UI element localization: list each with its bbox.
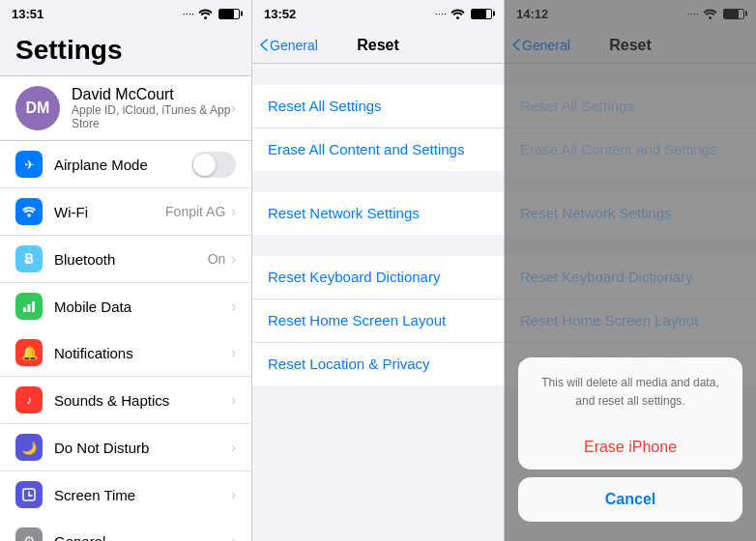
nav-bar-2: General Reset	[252, 27, 504, 64]
wifi-settings-icon	[15, 198, 43, 225]
nav-title-2: Reset	[357, 37, 399, 54]
signal-icon: ····	[435, 8, 447, 19]
bluetooth-value: On	[208, 251, 226, 267]
cancel-button[interactable]: Cancel	[518, 477, 742, 522]
airplane-mode-toggle[interactable]	[191, 152, 236, 178]
list-item[interactable]: Screen Time ›	[0, 471, 251, 518]
settings-group-3: ⚙ General › Control Centre › ☀ Display &…	[0, 518, 251, 541]
svg-point-13	[456, 16, 459, 19]
list-item[interactable]: Mobile Data ›	[0, 283, 251, 329]
page-title: Settings	[0, 27, 251, 75]
reset-panel: 13:52 ···· General Reset Reset All Setti…	[252, 0, 505, 541]
wifi-value: Fonpit AG	[165, 204, 225, 219]
reset-item-label: Reset Network Settings	[268, 205, 420, 221]
svg-point-0	[204, 16, 207, 19]
item-label: Sounds & Haptics	[54, 392, 231, 409]
list-item[interactable]: ✈ Airplane Mode	[0, 141, 251, 188]
list-item[interactable]: ♪ Sounds & Haptics ›	[0, 377, 251, 424]
cancel-label: Cancel	[605, 491, 655, 507]
sounds-icon: ♪	[15, 386, 43, 413]
item-label: Bluetooth	[54, 251, 208, 268]
profile-chevron: ›	[231, 100, 236, 116]
profile-subtitle: Apple ID, iCloud, iTunes & App Store	[72, 103, 231, 130]
signal-icon: ····	[183, 8, 194, 19]
airplane-mode-icon: ✈	[15, 151, 43, 178]
notifications-icon: 🔔	[15, 339, 43, 366]
status-bar-1: 13:51 ····	[0, 0, 251, 27]
settings-group-1: ✈ Airplane Mode Wi-Fi Fonpit AG › Ƀ Blue…	[0, 141, 251, 329]
list-item[interactable]: Reset Keyboard Dictionary	[252, 256, 504, 299]
reset-section-1: Reset All Settings Erase All Content and…	[252, 85, 504, 171]
svg-rect-3	[28, 304, 31, 312]
dialog-message: This will delete all media and data, and…	[541, 376, 718, 408]
action-sheet-overlay: This will delete all media and data, and…	[505, 0, 756, 541]
item-label: Screen Time	[54, 487, 231, 503]
status-time-1: 13:51	[12, 7, 44, 21]
svg-rect-4	[32, 301, 35, 312]
status-bar-2: 13:52 ····	[252, 0, 504, 27]
list-item[interactable]: Ƀ Bluetooth On ›	[0, 236, 251, 283]
item-label: Wi-Fi	[54, 204, 165, 220]
svg-point-1	[27, 214, 31, 217]
profile-row[interactable]: DM David McCourt Apple ID, iCloud, iTune…	[0, 75, 251, 141]
chevron-icon: ›	[231, 533, 236, 541]
status-icons-1: ····	[183, 8, 240, 19]
list-item[interactable]: Wi-Fi Fonpit AG ›	[0, 188, 251, 236]
action-sheet: This will delete all media and data, and…	[518, 357, 742, 470]
list-item[interactable]: ⚙ General ›	[0, 518, 251, 541]
reset-item-label: Reset Keyboard Dictionary	[268, 269, 440, 285]
reset-group-3: Reset Keyboard Dictionary Reset Home Scr…	[252, 256, 504, 385]
item-label: Airplane Mode	[54, 157, 191, 173]
status-time-2: 13:52	[264, 7, 296, 21]
chevron-icon: ›	[231, 345, 236, 360]
item-label: General	[54, 533, 231, 542]
wifi-icon	[198, 9, 213, 19]
chevron-icon: ›	[231, 299, 236, 314]
mobile-data-icon	[15, 293, 43, 320]
status-icons-2: ····	[435, 8, 492, 19]
list-item[interactable]: 🔔 Notifications ›	[0, 329, 251, 377]
action-sheet-message: This will delete all media and data, and…	[518, 357, 742, 425]
profile-info: David McCourt Apple ID, iCloud, iTunes &…	[72, 86, 231, 130]
list-item[interactable]: Reset Home Screen Layout	[252, 299, 504, 343]
list-item[interactable]: Reset Location & Privacy	[252, 343, 504, 385]
bluetooth-icon: Ƀ	[15, 245, 43, 272]
reset-item-label: Reset Location & Privacy	[268, 356, 430, 372]
item-label: Do Not Disturb	[54, 440, 231, 456]
reset-dialog-panel: 14:12 ···· General Reset Reset All Setti…	[505, 0, 756, 541]
settings-panel: 13:51 ···· Settings DM David McCourt App…	[0, 0, 252, 541]
avatar: DM	[15, 86, 60, 130]
chevron-icon: ›	[231, 251, 236, 267]
battery-icon	[471, 9, 492, 19]
list-item[interactable]: Reset Network Settings	[252, 192, 504, 235]
screen-time-icon	[15, 481, 43, 508]
item-label: Mobile Data	[54, 299, 231, 315]
list-item[interactable]: Erase All Content and Settings	[252, 128, 504, 171]
chevron-icon: ›	[231, 392, 236, 408]
list-item[interactable]: 🌙 Do Not Disturb ›	[0, 424, 251, 471]
list-item[interactable]: Reset All Settings	[252, 85, 504, 128]
general-icon: ⚙	[15, 527, 43, 541]
reset-item-label: Reset Home Screen Layout	[268, 312, 446, 328]
battery-icon	[218, 9, 240, 19]
item-label: Notifications	[54, 345, 231, 361]
chevron-icon: ›	[231, 487, 236, 502]
chevron-icon: ›	[231, 204, 236, 219]
reset-group-2: Reset Network Settings	[252, 192, 504, 235]
back-button[interactable]: General	[260, 38, 318, 53]
reset-item-label: Erase All Content and Settings	[268, 141, 464, 157]
dnd-icon: 🌙	[15, 434, 43, 461]
erase-iphone-button[interactable]: Erase iPhone	[518, 425, 742, 470]
settings-group-2: 🔔 Notifications › ♪ Sounds & Haptics › 🌙…	[0, 329, 251, 518]
chevron-icon: ›	[231, 440, 236, 455]
svg-rect-2	[23, 307, 26, 312]
reset-group-1: Reset All Settings Erase All Content and…	[252, 85, 504, 171]
profile-name: David McCourt	[72, 86, 231, 103]
wifi-icon	[451, 9, 465, 19]
reset-item-label: Reset All Settings	[268, 98, 382, 114]
